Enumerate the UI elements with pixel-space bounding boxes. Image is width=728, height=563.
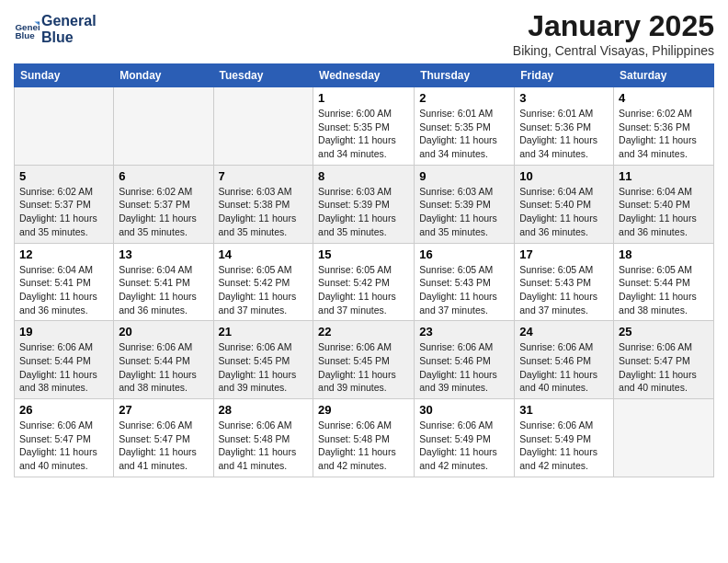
calendar-cell <box>614 399 714 477</box>
day-info: Sunrise: 6:02 AM Sunset: 5:37 PM Dayligh… <box>19 185 108 239</box>
day-info: Sunrise: 6:05 AM Sunset: 5:43 PM Dayligh… <box>419 263 509 317</box>
day-info: Sunrise: 6:06 AM Sunset: 5:45 PM Dayligh… <box>219 340 309 395</box>
day-number: 13 <box>119 247 208 261</box>
day-info: Sunrise: 6:02 AM Sunset: 5:37 PM Dayligh… <box>119 185 208 239</box>
calendar-cell: 12Sunrise: 6:04 AM Sunset: 5:41 PM Dayli… <box>15 243 114 321</box>
calendar-cell: 21Sunrise: 6:06 AM Sunset: 5:45 PM Dayli… <box>213 321 313 399</box>
calendar-cell: 9Sunrise: 6:03 AM Sunset: 5:39 PM Daylig… <box>415 165 515 243</box>
calendar-cell: 10Sunrise: 6:04 AM Sunset: 5:40 PM Dayli… <box>515 165 614 243</box>
title-block: January 2025 Biking, Central Visayas, Ph… <box>513 9 714 58</box>
day-number: 7 <box>219 169 309 183</box>
day-number: 8 <box>318 169 409 183</box>
day-info: Sunrise: 6:03 AM Sunset: 5:39 PM Dayligh… <box>318 185 409 239</box>
logo-line1: General <box>41 13 97 29</box>
calendar-cell: 16Sunrise: 6:05 AM Sunset: 5:43 PM Dayli… <box>415 243 515 321</box>
svg-text:Blue: Blue <box>15 29 35 40</box>
day-info: Sunrise: 6:03 AM Sunset: 5:38 PM Dayligh… <box>219 185 309 239</box>
day-info: Sunrise: 6:01 AM Sunset: 5:35 PM Dayligh… <box>419 107 509 161</box>
calendar-week-row: 12Sunrise: 6:04 AM Sunset: 5:41 PM Dayli… <box>15 243 714 321</box>
day-number: 19 <box>19 325 108 339</box>
calendar-cell: 26Sunrise: 6:06 AM Sunset: 5:47 PM Dayli… <box>15 399 114 477</box>
day-info: Sunrise: 6:06 AM Sunset: 5:46 PM Dayligh… <box>419 340 509 395</box>
calendar-cell: 14Sunrise: 6:05 AM Sunset: 5:42 PM Dayli… <box>213 243 313 321</box>
calendar-cell <box>114 87 213 166</box>
calendar-cell: 28Sunrise: 6:06 AM Sunset: 5:48 PM Dayli… <box>213 399 313 477</box>
day-number: 4 <box>619 91 709 105</box>
calendar-cell: 27Sunrise: 6:06 AM Sunset: 5:47 PM Dayli… <box>114 399 213 477</box>
calendar-cell: 6Sunrise: 6:02 AM Sunset: 5:37 PM Daylig… <box>114 165 213 243</box>
calendar-cell: 31Sunrise: 6:06 AM Sunset: 5:49 PM Dayli… <box>515 399 614 477</box>
calendar-cell: 20Sunrise: 6:06 AM Sunset: 5:44 PM Dayli… <box>114 321 213 399</box>
day-number: 11 <box>619 169 709 183</box>
day-info: Sunrise: 6:04 AM Sunset: 5:40 PM Dayligh… <box>519 185 609 239</box>
day-number: 2 <box>419 91 509 105</box>
day-number: 1 <box>318 91 409 105</box>
day-info: Sunrise: 6:06 AM Sunset: 5:48 PM Dayligh… <box>219 419 309 473</box>
calendar-cell: 23Sunrise: 6:06 AM Sunset: 5:46 PM Dayli… <box>415 321 515 399</box>
weekday-header: Saturday <box>614 64 714 87</box>
day-info: Sunrise: 6:04 AM Sunset: 5:41 PM Dayligh… <box>19 263 108 317</box>
calendar-cell: 8Sunrise: 6:03 AM Sunset: 5:39 PM Daylig… <box>313 165 415 243</box>
day-number: 28 <box>219 403 309 417</box>
day-info: Sunrise: 6:06 AM Sunset: 5:49 PM Dayligh… <box>519 419 609 473</box>
calendar-week-row: 26Sunrise: 6:06 AM Sunset: 5:47 PM Dayli… <box>15 399 714 477</box>
month-title: January 2025 <box>513 9 714 43</box>
calendar-cell: 19Sunrise: 6:06 AM Sunset: 5:44 PM Dayli… <box>15 321 114 399</box>
location: Biking, Central Visayas, Philippines <box>513 43 714 58</box>
calendar-cell: 2Sunrise: 6:01 AM Sunset: 5:35 PM Daylig… <box>415 87 515 166</box>
day-number: 26 <box>19 403 108 417</box>
day-info: Sunrise: 6:00 AM Sunset: 5:35 PM Dayligh… <box>318 107 409 161</box>
day-info: Sunrise: 6:02 AM Sunset: 5:36 PM Dayligh… <box>619 107 709 161</box>
calendar-cell: 22Sunrise: 6:06 AM Sunset: 5:45 PM Dayli… <box>313 321 415 399</box>
calendar-week-row: 5Sunrise: 6:02 AM Sunset: 5:37 PM Daylig… <box>15 165 714 243</box>
day-number: 17 <box>519 247 609 261</box>
day-number: 21 <box>219 325 309 339</box>
calendar-cell <box>213 87 313 166</box>
day-number: 9 <box>419 169 509 183</box>
calendar-table: SundayMondayTuesdayWednesdayThursdayFrid… <box>14 63 714 477</box>
day-info: Sunrise: 6:06 AM Sunset: 5:44 PM Dayligh… <box>19 340 108 395</box>
weekday-header: Sunday <box>15 64 114 87</box>
day-number: 29 <box>318 403 409 417</box>
day-info: Sunrise: 6:06 AM Sunset: 5:47 PM Dayligh… <box>619 340 709 395</box>
calendar-cell: 3Sunrise: 6:01 AM Sunset: 5:36 PM Daylig… <box>515 87 614 166</box>
calendar-cell: 15Sunrise: 6:05 AM Sunset: 5:42 PM Dayli… <box>313 243 415 321</box>
day-info: Sunrise: 6:06 AM Sunset: 5:46 PM Dayligh… <box>519 340 609 395</box>
calendar-cell <box>15 87 114 166</box>
calendar-header-row: SundayMondayTuesdayWednesdayThursdayFrid… <box>15 64 714 87</box>
day-number: 27 <box>119 403 208 417</box>
day-number: 20 <box>119 325 208 339</box>
day-info: Sunrise: 6:01 AM Sunset: 5:36 PM Dayligh… <box>519 107 609 161</box>
calendar-cell: 18Sunrise: 6:05 AM Sunset: 5:44 PM Dayli… <box>614 243 714 321</box>
calendar-cell: 17Sunrise: 6:05 AM Sunset: 5:43 PM Dayli… <box>515 243 614 321</box>
day-info: Sunrise: 6:05 AM Sunset: 5:43 PM Dayligh… <box>519 263 609 317</box>
day-number: 22 <box>318 325 409 339</box>
calendar-cell: 1Sunrise: 6:00 AM Sunset: 5:35 PM Daylig… <box>313 87 415 166</box>
day-number: 3 <box>519 91 609 105</box>
day-number: 18 <box>619 247 709 261</box>
day-info: Sunrise: 6:04 AM Sunset: 5:41 PM Dayligh… <box>119 263 208 317</box>
calendar-cell: 11Sunrise: 6:04 AM Sunset: 5:40 PM Dayli… <box>614 165 714 243</box>
weekday-header: Thursday <box>415 64 515 87</box>
logo: General Blue General Blue <box>14 13 97 45</box>
day-info: Sunrise: 6:03 AM Sunset: 5:39 PM Dayligh… <box>419 185 509 239</box>
day-info: Sunrise: 6:06 AM Sunset: 5:47 PM Dayligh… <box>19 419 108 473</box>
day-info: Sunrise: 6:06 AM Sunset: 5:49 PM Dayligh… <box>419 419 509 473</box>
day-number: 5 <box>19 169 108 183</box>
day-info: Sunrise: 6:04 AM Sunset: 5:40 PM Dayligh… <box>619 185 709 239</box>
day-number: 25 <box>619 325 709 339</box>
calendar-cell: 30Sunrise: 6:06 AM Sunset: 5:49 PM Dayli… <box>415 399 515 477</box>
calendar-cell: 7Sunrise: 6:03 AM Sunset: 5:38 PM Daylig… <box>213 165 313 243</box>
weekday-header: Wednesday <box>313 64 415 87</box>
calendar-cell: 25Sunrise: 6:06 AM Sunset: 5:47 PM Dayli… <box>614 321 714 399</box>
day-number: 12 <box>19 247 108 261</box>
day-info: Sunrise: 6:05 AM Sunset: 5:44 PM Dayligh… <box>619 263 709 317</box>
day-number: 24 <box>519 325 609 339</box>
calendar-cell: 13Sunrise: 6:04 AM Sunset: 5:41 PM Dayli… <box>114 243 213 321</box>
day-info: Sunrise: 6:06 AM Sunset: 5:48 PM Dayligh… <box>318 419 409 473</box>
weekday-header: Friday <box>515 64 614 87</box>
day-number: 16 <box>419 247 509 261</box>
calendar-cell: 29Sunrise: 6:06 AM Sunset: 5:48 PM Dayli… <box>313 399 415 477</box>
calendar-cell: 5Sunrise: 6:02 AM Sunset: 5:37 PM Daylig… <box>15 165 114 243</box>
day-number: 23 <box>419 325 509 339</box>
